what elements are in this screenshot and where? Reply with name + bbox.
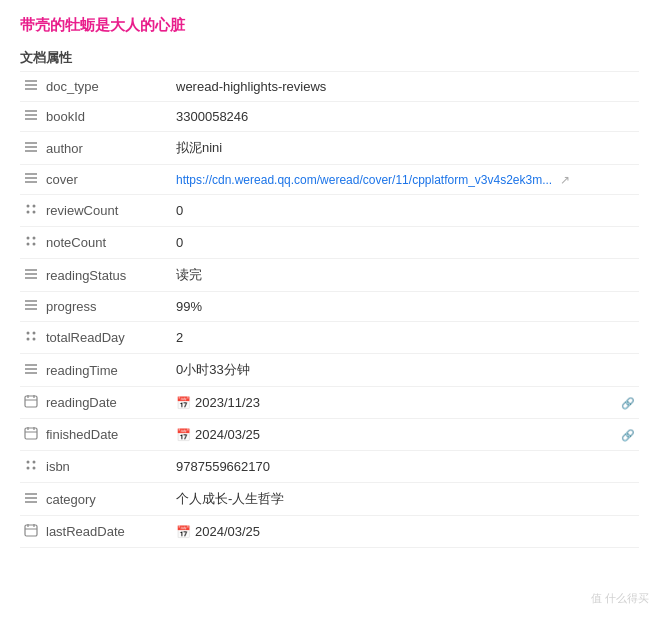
table-row: coverhttps://cdn.weread.qq.com/weread/co… — [20, 165, 639, 195]
property-value: 📅2023/11/23 — [172, 387, 609, 419]
date-value: 2024/03/25 — [195, 427, 260, 442]
table-row: readingDate📅2023/11/23🔗 — [20, 387, 639, 419]
property-key: totalReadDay — [42, 322, 172, 354]
action-cell — [609, 322, 639, 354]
property-value[interactable]: https://cdn.weread.qq.com/weread/cover/1… — [172, 165, 609, 195]
property-key: readingStatus — [42, 259, 172, 292]
lines-icon — [20, 259, 42, 292]
property-key: readingTime — [42, 354, 172, 387]
svg-point-44 — [33, 467, 36, 470]
action-cell — [609, 102, 639, 132]
sort-icon — [20, 227, 42, 259]
svg-point-14 — [33, 205, 36, 208]
property-value: 99% — [172, 292, 609, 322]
date-value: 2023/11/23 — [195, 395, 260, 410]
table-row: bookId3300058246 — [20, 102, 639, 132]
svg-point-17 — [27, 243, 30, 246]
lines-icon — [20, 102, 42, 132]
table-row: readingStatus读完 — [20, 259, 639, 292]
property-value: 📅2024/03/25 — [172, 516, 609, 548]
row-link-icon[interactable]: 🔗 — [621, 429, 635, 441]
property-key: cover — [42, 165, 172, 195]
svg-point-26 — [27, 332, 30, 335]
table-row: isbn9787559662170 — [20, 451, 639, 483]
table-row: category个人成长-人生哲学 — [20, 483, 639, 516]
table-row: author拟泥nini — [20, 132, 639, 165]
property-key: lastReadDate — [42, 516, 172, 548]
action-cell — [609, 72, 639, 102]
property-value: 3300058246 — [172, 102, 609, 132]
property-value: 9787559662170 — [172, 451, 609, 483]
action-cell — [609, 451, 639, 483]
property-value: 0 — [172, 227, 609, 259]
lines-icon — [20, 354, 42, 387]
table-row: finishedDate📅2024/03/25🔗 — [20, 419, 639, 451]
svg-point-13 — [27, 211, 30, 214]
cover-link[interactable]: https://cdn.weread.qq.com/weread/cover/1… — [176, 173, 552, 187]
table-row: readingTime0小时33分钟 — [20, 354, 639, 387]
property-value: 2 — [172, 322, 609, 354]
svg-rect-37 — [25, 428, 37, 439]
property-key: readingDate — [42, 387, 172, 419]
svg-point-19 — [33, 243, 36, 246]
table-row: progress99% — [20, 292, 639, 322]
date-calendar-icon: 📅 — [176, 525, 191, 539]
property-key: author — [42, 132, 172, 165]
table-row: reviewCount0 — [20, 195, 639, 227]
property-key: category — [42, 483, 172, 516]
property-key: bookId — [42, 102, 172, 132]
lines-icon — [20, 165, 42, 195]
svg-point-41 — [27, 461, 30, 464]
watermark: 值 什么得买 — [591, 591, 649, 606]
table-row: noteCount0 — [20, 227, 639, 259]
table-row: totalReadDay2 — [20, 322, 639, 354]
date-calendar-icon: 📅 — [176, 428, 191, 442]
action-cell — [609, 292, 639, 322]
calendar-icon — [20, 516, 42, 548]
property-key: doc_type — [42, 72, 172, 102]
property-value: 📅2024/03/25 — [172, 419, 609, 451]
external-link-icon: ↗ — [556, 173, 569, 187]
property-value: 读完 — [172, 259, 609, 292]
date-calendar-icon: 📅 — [176, 396, 191, 410]
svg-point-28 — [33, 332, 36, 335]
action-cell — [609, 354, 639, 387]
svg-point-42 — [27, 467, 30, 470]
property-key: noteCount — [42, 227, 172, 259]
action-cell — [609, 132, 639, 165]
action-cell — [609, 227, 639, 259]
svg-point-29 — [33, 338, 36, 341]
row-link-icon[interactable]: 🔗 — [621, 397, 635, 409]
sort-icon — [20, 195, 42, 227]
lines-icon — [20, 483, 42, 516]
action-cell[interactable]: 🔗 — [609, 419, 639, 451]
section-title: 文档属性 — [20, 49, 639, 67]
property-key: progress — [42, 292, 172, 322]
lines-icon — [20, 292, 42, 322]
action-cell — [609, 259, 639, 292]
svg-rect-48 — [25, 525, 37, 536]
property-value: 个人成长-人生哲学 — [172, 483, 609, 516]
property-value: 拟泥nini — [172, 132, 609, 165]
svg-point-12 — [27, 205, 30, 208]
sort-icon — [20, 451, 42, 483]
action-cell[interactable]: 🔗 — [609, 387, 639, 419]
svg-point-18 — [33, 237, 36, 240]
calendar-icon — [20, 387, 42, 419]
action-cell — [609, 516, 639, 548]
property-value: 0 — [172, 195, 609, 227]
action-cell — [609, 195, 639, 227]
lines-icon — [20, 132, 42, 165]
action-cell — [609, 165, 639, 195]
lines-icon — [20, 72, 42, 102]
calendar-icon — [20, 419, 42, 451]
property-key: finishedDate — [42, 419, 172, 451]
svg-rect-33 — [25, 396, 37, 407]
date-value: 2024/03/25 — [195, 524, 260, 539]
properties-table: doc_typeweread-highlights-reviewsbookId3… — [20, 71, 639, 548]
property-key: reviewCount — [42, 195, 172, 227]
property-value: 0小时33分钟 — [172, 354, 609, 387]
page-title: 带壳的牡蛎是大人的心脏 — [20, 16, 639, 35]
svg-point-15 — [33, 211, 36, 214]
svg-point-43 — [33, 461, 36, 464]
